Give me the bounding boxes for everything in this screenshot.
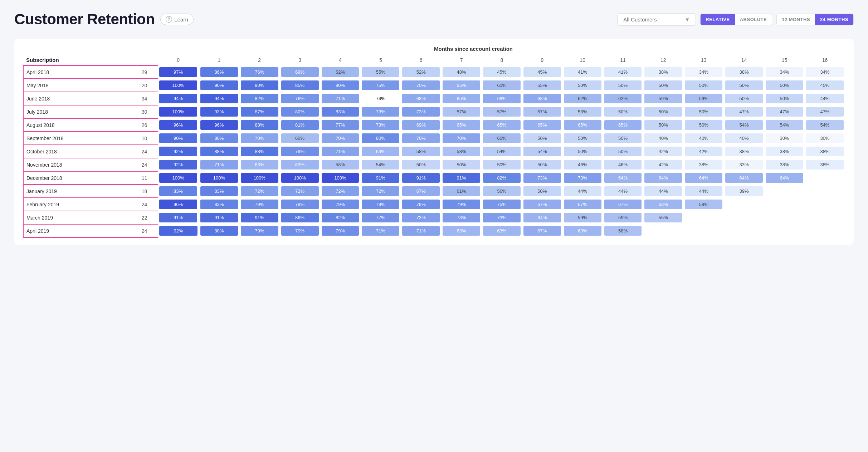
row-label: April 2019 bbox=[23, 224, 131, 237]
cell-value: 88% bbox=[200, 147, 238, 156]
cell-value bbox=[806, 189, 844, 193]
data-cell bbox=[683, 224, 724, 237]
data-cell: 63% bbox=[643, 198, 683, 211]
retention-table: Subscription 0 1 2 3 4 5 6 7 8 9 10 11 1… bbox=[23, 55, 845, 238]
cell-value: 65% bbox=[443, 120, 480, 130]
data-cell: 53% bbox=[562, 105, 603, 118]
cell-value: 73% bbox=[402, 107, 440, 117]
row-label: September 2018 bbox=[23, 132, 131, 145]
cell-value bbox=[644, 229, 682, 233]
table-header-row: Subscription 0 1 2 3 4 5 6 7 8 9 10 11 1… bbox=[23, 55, 845, 65]
data-cell: 79% bbox=[280, 224, 320, 237]
cell-value: 91% bbox=[443, 173, 480, 183]
cell-value: 50% bbox=[604, 80, 642, 90]
data-cell: 62% bbox=[562, 92, 603, 105]
cell-value: 62% bbox=[322, 67, 359, 77]
cell-value: 83% bbox=[322, 107, 359, 117]
cell-value: 42% bbox=[644, 147, 682, 156]
data-cell: 80% bbox=[280, 105, 320, 118]
data-cell: 64% bbox=[643, 171, 683, 185]
cell-value: 55% bbox=[523, 80, 561, 90]
cell-value: 50% bbox=[685, 80, 722, 90]
cell-value: 79% bbox=[362, 200, 399, 209]
data-cell: 80% bbox=[320, 79, 361, 92]
cell-value: 30% bbox=[806, 133, 844, 143]
cell-value: 33% bbox=[725, 160, 763, 170]
cell-value: 64% bbox=[644, 173, 682, 183]
month-col-0: 0 bbox=[158, 55, 199, 65]
data-cell: 70% bbox=[401, 132, 441, 145]
data-cell: 100% bbox=[239, 171, 280, 185]
cell-value: 73% bbox=[564, 173, 601, 183]
table-row: September 20181090%80%70%60%70%80%70%70%… bbox=[23, 132, 845, 145]
customers-dropdown[interactable]: All Customers ▼ bbox=[617, 13, 696, 26]
data-cell: 71% bbox=[401, 224, 441, 237]
data-cell: 71% bbox=[320, 145, 361, 158]
data-cell: 50% bbox=[724, 92, 764, 105]
cell-value: 64% bbox=[725, 173, 763, 183]
cell-value: 50% bbox=[725, 80, 763, 90]
cell-value: 71% bbox=[200, 160, 238, 170]
data-cell: 65% bbox=[482, 118, 522, 132]
cell-value: 67% bbox=[523, 200, 561, 209]
data-cell: 70% bbox=[320, 132, 361, 145]
cell-value: 54% bbox=[362, 160, 399, 170]
cell-value: 50% bbox=[604, 133, 642, 143]
cell-value: 63% bbox=[362, 147, 399, 156]
cell-value: 50% bbox=[483, 160, 521, 170]
data-cell: 44% bbox=[643, 185, 683, 198]
data-cell: 71% bbox=[320, 92, 361, 105]
data-cell bbox=[805, 211, 845, 224]
absolute-toggle-button[interactable]: ABSOLUTE bbox=[735, 14, 772, 25]
cell-value: 50% bbox=[523, 133, 561, 143]
cell-value: 56% bbox=[483, 186, 521, 196]
data-cell bbox=[724, 198, 764, 211]
data-cell: 100% bbox=[158, 105, 199, 118]
cell-value: 47% bbox=[806, 107, 844, 117]
data-cell: 45% bbox=[805, 79, 845, 92]
cell-value: 50% bbox=[725, 94, 763, 103]
months-section-header: Months since account creation bbox=[23, 46, 845, 52]
relative-toggle-button[interactable]: RELATIVE bbox=[701, 14, 735, 25]
data-cell: 83% bbox=[158, 185, 199, 198]
row-count: 34 bbox=[131, 92, 158, 105]
cell-value: 46% bbox=[564, 160, 601, 170]
data-cell: 42% bbox=[643, 145, 683, 158]
page-title: Customer Retention bbox=[14, 11, 155, 28]
cell-value: 57% bbox=[523, 107, 561, 117]
24months-toggle-button[interactable]: 24 MONTHS bbox=[815, 14, 853, 25]
data-cell: 54% bbox=[522, 145, 562, 158]
data-cell bbox=[805, 198, 845, 211]
retention-table-container: Months since account creation Subscripti… bbox=[14, 39, 854, 245]
data-cell bbox=[643, 224, 683, 237]
table-row: June 20183494%94%82%76%71%74%68%65%68%68… bbox=[23, 92, 845, 105]
data-cell: 45% bbox=[522, 65, 562, 79]
data-cell: 50% bbox=[603, 145, 643, 158]
cell-value: 73% bbox=[483, 213, 521, 222]
learn-button[interactable]: ? Learn bbox=[160, 14, 193, 25]
cell-value: 57% bbox=[443, 107, 480, 117]
cell-value: 60% bbox=[483, 133, 521, 143]
data-cell: 100% bbox=[280, 171, 320, 185]
cell-value: 63% bbox=[443, 226, 480, 236]
cell-value bbox=[766, 229, 803, 233]
cell-value: 79% bbox=[241, 226, 278, 236]
cell-value: 45% bbox=[523, 67, 561, 77]
cell-value: 94% bbox=[200, 94, 238, 103]
cell-value: 65% bbox=[604, 120, 642, 130]
data-cell: 65% bbox=[562, 118, 603, 132]
cell-value: 67% bbox=[402, 186, 440, 196]
cell-value: 92% bbox=[159, 226, 198, 236]
data-cell: 87% bbox=[239, 105, 280, 118]
row-label: March 2019 bbox=[23, 211, 131, 224]
cell-value: 44% bbox=[564, 186, 601, 196]
12months-toggle-button[interactable]: 12 MONTHS bbox=[777, 14, 815, 25]
data-cell: 83% bbox=[320, 105, 361, 118]
data-cell: 63% bbox=[441, 224, 482, 237]
data-cell: 75% bbox=[482, 198, 522, 211]
data-cell: 50% bbox=[724, 79, 764, 92]
cell-value: 45% bbox=[806, 80, 844, 90]
cell-value: 91% bbox=[402, 173, 440, 183]
data-cell: 54% bbox=[764, 118, 805, 132]
data-cell: 38% bbox=[724, 145, 764, 158]
